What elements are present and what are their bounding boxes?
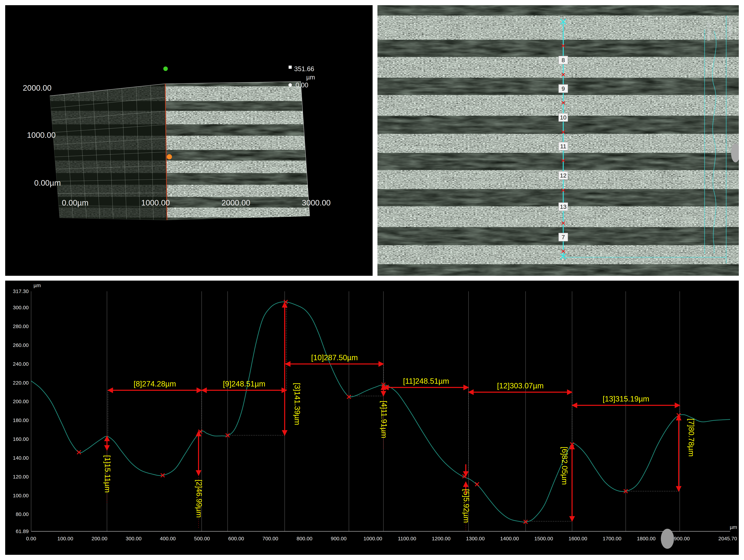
svg-text:700.00: 700.00 [262, 536, 278, 542]
profile-start-dot [163, 67, 168, 71]
svg-text:220.00: 220.00 [13, 380, 29, 386]
layer-marker-9: 9 [559, 84, 568, 93]
svg-text:[7]80.78µm: [7]80.78µm [687, 418, 696, 456]
svg-text:160.00: 160.00 [13, 436, 29, 442]
analysis-figure: 351.66µm0.002000.001000.000.00µm0.00µm10… [0, 0, 744, 560]
layer-marker-8: 8 [559, 56, 568, 64]
svg-text:8: 8 [562, 57, 565, 64]
svg-text:1300.00: 1300.00 [466, 536, 485, 542]
svg-text:0.00µm: 0.00µm [34, 178, 61, 187]
svg-text:[9]248.51µm: [9]248.51µm [223, 379, 265, 388]
svg-text:80.00: 80.00 [16, 511, 29, 517]
3d-view-canvas: 351.66µm0.002000.001000.000.00µm0.00µm10… [5, 5, 373, 276]
2d-image-canvas: 8910111213730.69µm73.50µm [377, 5, 739, 276]
svg-text:2045.70: 2045.70 [718, 536, 737, 542]
svg-text:[1]15.11µm: [1]15.11µm [103, 455, 112, 493]
svg-text:73.50µm: 73.50µm [728, 17, 733, 36]
svg-text:800.00: 800.00 [297, 536, 312, 542]
svg-text:240.00: 240.00 [13, 361, 29, 367]
svg-text:1600.00: 1600.00 [568, 536, 587, 542]
svg-text:1800.00: 1800.00 [637, 536, 656, 542]
svg-text:200.00: 200.00 [13, 399, 29, 404]
svg-text:[3]141.39µm: [3]141.39µm [293, 383, 302, 425]
layer-marker-11: 11 [559, 142, 568, 150]
svg-text:1200.00: 1200.00 [432, 536, 451, 542]
svg-text:100.00: 100.00 [58, 536, 73, 542]
svg-text:200.00: 200.00 [91, 536, 108, 542]
svg-text:12: 12 [560, 172, 566, 179]
svg-text:500.00: 500.00 [194, 536, 210, 542]
svg-text:120.00: 120.00 [13, 474, 29, 480]
svg-text:0.00µm: 0.00µm [62, 198, 88, 207]
svg-text:[13]315.19µm: [13]315.19µm [603, 395, 649, 403]
artifact-blob [661, 529, 674, 549]
svg-text:140.00: 140.00 [13, 455, 29, 461]
svg-text:9: 9 [562, 85, 565, 92]
svg-text:1000.00: 1000.00 [27, 130, 55, 139]
panel-profile-chart: 317.30300.00280.00260.00240.00220.00200.… [5, 281, 739, 555]
svg-text:µm: µm [306, 74, 315, 81]
profile-chart-canvas: 317.30300.00280.00260.00240.00220.00200.… [5, 281, 739, 555]
svg-text:[8]274.28µm: [8]274.28µm [134, 379, 176, 388]
svg-text:7: 7 [562, 234, 565, 240]
svg-text:100.00: 100.00 [13, 493, 29, 498]
layer-marker-13: 13 [559, 203, 568, 211]
svg-text:10: 10 [560, 114, 566, 121]
layer-marker-7: 7 [559, 233, 568, 241]
svg-text:11: 11 [560, 143, 566, 150]
layer-marker-12: 12 [559, 171, 568, 179]
svg-text:351.66: 351.66 [294, 65, 314, 73]
profile-end-dot [167, 154, 172, 159]
svg-text:[10]287.50µm: [10]287.50µm [311, 353, 358, 362]
panel-3d-view: 351.66µm0.002000.001000.000.00µm0.00µm10… [5, 5, 373, 276]
svg-text:1400.00: 1400.00 [500, 536, 519, 542]
svg-text:317.30: 317.30 [13, 288, 29, 294]
svg-text:13: 13 [560, 203, 566, 210]
svg-text:1000.00: 1000.00 [141, 198, 170, 207]
svg-text:600.00: 600.00 [228, 536, 244, 542]
svg-text:0.00: 0.00 [26, 536, 36, 542]
svg-text:260.00: 260.00 [13, 342, 29, 348]
svg-text:180.00: 180.00 [13, 417, 29, 423]
svg-text:[4]11.91µm: [4]11.91µm [380, 401, 388, 438]
svg-text:[12]303.07µm: [12]303.07µm [497, 382, 544, 390]
svg-text:61.89: 61.89 [16, 528, 29, 534]
svg-text:2000.00: 2000.00 [23, 83, 51, 92]
svg-text:[2]46.99µm: [2]46.99µm [195, 480, 203, 518]
svg-text:0.00: 0.00 [296, 81, 308, 89]
svg-text:[11]248.51µm: [11]248.51µm [403, 377, 449, 385]
svg-text:300.00: 300.00 [126, 536, 142, 542]
svg-text:1100.00: 1100.00 [398, 536, 416, 542]
svg-text:30.69µm: 30.69µm [706, 23, 711, 41]
svg-text:280.00: 280.00 [13, 323, 29, 329]
svg-text:3000.00: 3000.00 [302, 198, 331, 207]
svg-text:300.00: 300.00 [13, 305, 29, 310]
svg-text:µm: µm [34, 282, 41, 288]
svg-text:1500.00: 1500.00 [534, 536, 553, 542]
svg-text:900.00: 900.00 [331, 536, 347, 542]
panel-2d-measurement-image: 8910111213730.69µm73.50µm [377, 5, 739, 276]
svg-text:400.00: 400.00 [160, 536, 176, 542]
svg-text:1000.00: 1000.00 [364, 536, 382, 542]
svg-text:µm: µm [730, 524, 737, 530]
svg-text:[5]5.92µm: [5]5.92µm [462, 489, 471, 523]
svg-text:[6]82.05µm: [6]82.05µm [560, 447, 569, 485]
svg-text:2000.00: 2000.00 [222, 198, 250, 207]
svg-text:1700.00: 1700.00 [603, 536, 621, 542]
layer-marker-10: 10 [559, 113, 568, 122]
